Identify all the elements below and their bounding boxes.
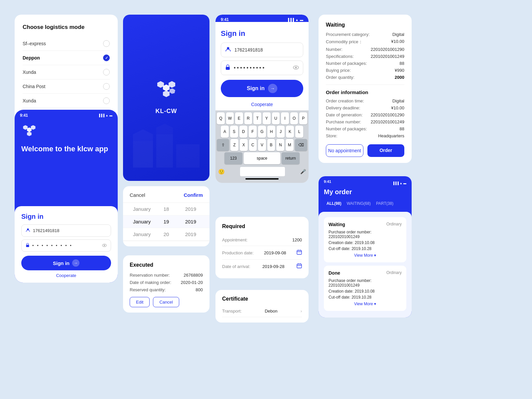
req-appointment-value: 1200 (292, 237, 302, 242)
key-h[interactable]: H (267, 126, 275, 138)
key-g[interactable]: G (258, 126, 266, 138)
key-p[interactable]: P (299, 112, 307, 124)
key-u[interactable]: U (272, 112, 280, 124)
key-n[interactable]: N (276, 139, 284, 151)
tab-part[interactable]: PART(38) (373, 200, 396, 207)
order-card-done-header: Done Ordinary (329, 270, 402, 276)
order-po-value-waiting: 22010201001249 (329, 234, 359, 239)
phone-signin-button[interactable]: Sign in → (21, 256, 111, 270)
key-j[interactable]: J (277, 126, 285, 138)
tab-waiting[interactable]: WAITING(68) (344, 200, 373, 207)
req-production-label: Production date: (222, 250, 254, 255)
cert-transport-row[interactable]: Transport: Debon › (222, 305, 302, 317)
battery-icon: ▬ (300, 18, 303, 22)
key-shift[interactable]: ⇧ (217, 139, 229, 151)
picker-row-3[interactable]: January 20 2019 (123, 228, 209, 241)
key-v[interactable]: V (258, 139, 266, 151)
svg-marker-8 (133, 129, 153, 141)
svg-point-21 (104, 245, 105, 246)
waiting-orderqty-label: Order quantity: (326, 75, 354, 80)
key-m[interactable]: M (286, 139, 294, 151)
logistics-check-xunda1[interactable] (103, 69, 110, 75)
logistics-item-deppon[interactable]: Deppon ✓ (23, 51, 110, 65)
order-cutoff-value-waiting: 2019.10.28 (351, 246, 371, 251)
phone-password-field[interactable]: • • • • • • • • • (21, 239, 111, 252)
key-k[interactable]: K (286, 126, 294, 138)
cancel-button[interactable]: Cancel (153, 297, 179, 307)
logistics-check-deppon[interactable]: ✓ (103, 55, 110, 61)
logistics-check-xunda2[interactable] (103, 97, 110, 104)
myorder-header: 9:41 ▐▐▐ ▲ ▬ My order ALL(98) WAITING(68… (319, 176, 412, 212)
key-f[interactable]: F (249, 126, 257, 138)
logistics-label: Xunda (23, 69, 36, 75)
picker-confirm-button[interactable]: Confirm (184, 192, 203, 198)
logistics-item-xunda1[interactable]: Xunda (23, 65, 110, 79)
phone-eye-icon[interactable] (102, 243, 107, 248)
waiting-procurement-value: Digital (392, 32, 404, 37)
key-o[interactable]: O (290, 112, 298, 124)
key-x[interactable]: X (240, 139, 248, 151)
svg-rect-11 (226, 67, 230, 70)
req-production-row: Production date: 2019-09-08 (222, 246, 302, 260)
keyboard-bottom-row: 🙂 🎤 (217, 166, 307, 177)
phone-username-field[interactable]: 17621491818 (21, 224, 111, 237)
req-arrival-calendar-icon[interactable] (297, 263, 302, 270)
signin-main-card: 9:41 ▐▐▐ ▲ ▬ Sign in 17621491818 •••••••… (215, 15, 309, 183)
logistics-item-sfexpress[interactable]: Sf–express (23, 37, 110, 51)
key-w[interactable]: W (226, 112, 234, 124)
view-more-waiting[interactable]: View More ▾ (329, 253, 402, 258)
key-a[interactable]: A (221, 126, 229, 138)
myorder-status-icons: ▐▐▐ ▲ ▬ (392, 180, 406, 186)
phone-logo-icon (21, 125, 111, 140)
key-t[interactable]: T (253, 112, 261, 124)
cooperate-link-small[interactable]: Cooperate (21, 273, 111, 278)
cooperate-link-main[interactable]: Cooperate (215, 102, 309, 110)
oi-purchase-value: 22010201001249 (371, 119, 404, 124)
order-cutoff-label-done: Cut-off date: (329, 295, 350, 300)
order-button[interactable]: Order (367, 144, 404, 157)
phone-username-value: 17621491818 (33, 228, 60, 233)
logistics-item-chinapost1[interactable]: China Post (23, 79, 110, 94)
key-c[interactable]: C (249, 139, 257, 151)
view-more-done[interactable]: View More ▾ (329, 302, 402, 306)
edit-button[interactable]: Edit (130, 297, 150, 307)
key-b[interactable]: B (267, 139, 275, 151)
key-d[interactable]: D (239, 126, 247, 138)
key-delete[interactable]: ⌫ (295, 139, 307, 151)
waiting-procurement-row: Procurement category: Digital (326, 32, 404, 37)
phone-time: 9:41 (20, 113, 28, 118)
username-field[interactable]: 17621491818 (221, 43, 303, 57)
status-time: 9:41 (221, 17, 229, 22)
no-appointment-button[interactable]: No appointment (326, 144, 363, 157)
order-creation-label-done: Creation date: (329, 289, 353, 294)
key-return[interactable]: return (282, 152, 300, 164)
mic-icon[interactable]: 🎤 (300, 169, 306, 174)
key-y[interactable]: Y (263, 112, 271, 124)
key-123[interactable]: 123 (224, 152, 242, 164)
picker-row-1[interactable]: January 18 2019 (123, 203, 209, 215)
signin-main-button[interactable]: Sign in → (221, 80, 303, 97)
tab-all[interactable]: ALL(98) (324, 200, 344, 207)
key-z[interactable]: Z (230, 139, 238, 151)
key-space[interactable]: space (244, 152, 280, 164)
picker-cancel-button[interactable]: Cancel (130, 192, 145, 198)
exec-date-label: Date of making order: (130, 280, 171, 285)
logistics-check-sfexpress[interactable] (103, 40, 110, 47)
svg-marker-3 (163, 90, 170, 97)
waiting-price-label: Commodity price： (326, 39, 363, 45)
key-l[interactable]: L (295, 126, 303, 138)
req-arrival-label: Date of arrival: (222, 264, 250, 269)
logistics-item-xunda2[interactable]: Xunda (23, 94, 110, 108)
password-field[interactable]: •••••••••• (221, 61, 303, 75)
req-production-calendar-icon[interactable] (297, 249, 302, 256)
emoji-icon[interactable]: 🙂 (218, 169, 225, 175)
key-i[interactable]: I (281, 112, 289, 124)
logistics-check-chinapost1[interactable] (103, 83, 110, 90)
key-e[interactable]: E (235, 112, 243, 124)
key-q[interactable]: Q (217, 112, 225, 124)
picker-row-2[interactable]: January 19 2019 (123, 215, 209, 228)
key-s[interactable]: S (230, 126, 238, 138)
eye-icon[interactable] (293, 65, 299, 70)
key-r[interactable]: R (244, 112, 252, 124)
keyboard: Q W E R T Y U I O P A S D F G H J K L ⇧ … (215, 110, 309, 183)
